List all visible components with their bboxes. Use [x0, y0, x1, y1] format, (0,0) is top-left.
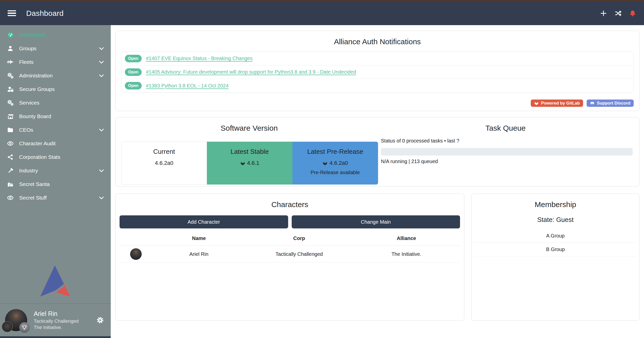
sidebar-item-secure-groups[interactable]: Secure Groups	[0, 82, 111, 96]
sidebar: Dashboard Groups	[0, 25, 111, 338]
sidebar-item-label: Groups	[19, 45, 98, 52]
chevron-down-icon	[98, 195, 105, 201]
sidebar-item-label: Corporation Stats	[19, 154, 105, 160]
characters-title: Characters	[120, 200, 460, 209]
sidebar-item-label: Bounty Board	[19, 113, 105, 119]
version-latest-prerelease: Latest Pre-Release 4.6.2a0 Pre-Release a…	[292, 142, 378, 184]
badge-label: Support Discord	[597, 101, 630, 106]
add-character-button[interactable]: Add Character	[120, 215, 288, 228]
sidebar-item-dashboard[interactable]: Dashboard	[0, 28, 111, 42]
sidebar-item-label: Character Audit	[19, 140, 105, 147]
header-corp: Corp	[246, 235, 353, 241]
sidebar-item-character-audit[interactable]: Character Audit	[0, 137, 111, 150]
sidebar-footer-strip	[0, 336, 111, 338]
sidebar-item-fleets[interactable]: Fleets	[0, 55, 111, 69]
change-main-button[interactable]: Change Main	[292, 215, 460, 228]
eye-icon	[6, 195, 15, 201]
version-latest-stable: Latest Stable 4.6.1	[207, 142, 292, 184]
sidebar-item-secret-stuff[interactable]: Secret Stuff	[0, 191, 111, 205]
chevron-down-icon	[98, 59, 105, 65]
user-panel: Ariel Rin Tactically Challenged The Init…	[0, 304, 111, 336]
membership-panel: Membership State: Guest A Group B Group	[471, 194, 639, 321]
notification-link[interactable]: #1407 EVE Equinox Status - Breaking Chan…	[146, 56, 253, 61]
notifications-list: Open #1407 EVE Equinox Status - Breaking…	[121, 52, 634, 93]
gifts-icon	[6, 181, 15, 187]
sidebar-item-label: Industry	[19, 168, 98, 174]
version-box: Current 4.6.2a0 Latest Stable 4.6.1 Late…	[121, 141, 378, 185]
notification-link[interactable]: #1383 Python 3.8 EOL - 14 Oct 2024	[146, 83, 229, 89]
folder-icon	[6, 127, 15, 133]
chevron-down-icon	[98, 45, 105, 52]
header-name: Name	[152, 235, 246, 241]
sidebar-item-corporation-stats[interactable]: Corporation Stats	[0, 150, 111, 164]
version-current: Current 4.6.2a0	[121, 142, 207, 184]
sidebar-item-label: Dashboard	[19, 32, 105, 38]
gauge-icon	[6, 32, 15, 38]
status-badge: Open	[125, 55, 142, 62]
sidebar-item-bounty-board[interactable]: Bounty Board	[0, 110, 111, 123]
task-queue-progressbar	[381, 148, 633, 156]
sidebar-item-services[interactable]: Services	[0, 96, 111, 110]
list-item: A Group	[474, 229, 637, 243]
fighter-jet-icon	[6, 59, 15, 65]
cell-alliance: The Initiative.	[353, 251, 460, 257]
top-navbar: Dashboard	[0, 1, 644, 25]
corp-logo-badge	[2, 321, 13, 332]
sidebar-item-ceos[interactable]: CEOs	[0, 123, 111, 137]
notifications-title: Alliance Auth Notifications	[121, 37, 634, 46]
table-row: Ariel Rin Tactically Challenged The Init…	[120, 246, 460, 263]
badge-label: Powered by GitLab	[541, 101, 580, 106]
sidebar-item-label: CEOs	[19, 127, 98, 133]
hammer-icon	[6, 167, 15, 174]
task-queue-section: Task Queue Status of 0 processed tasks •…	[377, 124, 634, 186]
menu-icon[interactable]	[8, 10, 16, 16]
page-title: Dashboard	[26, 9, 64, 18]
characters-panel: Characters Add Character Change Main Nam…	[115, 194, 464, 321]
software-version-title: Software Version	[121, 124, 377, 132]
status-badge: Open	[125, 68, 142, 76]
status-badge: Open	[125, 82, 142, 89]
notification-link[interactable]: #1405 Advisory: Future development will …	[146, 69, 356, 75]
powered-by-gitlab-badge[interactable]: Powered by GitLab	[531, 100, 583, 107]
sidebar-item-label: Fleets	[19, 59, 98, 65]
software-taskqueue-panel: Software Version Current 4.6.2a0 Latest …	[115, 117, 639, 186]
settings-gear-icon[interactable]	[96, 316, 104, 324]
user-corp: Tactically Challenged	[34, 318, 79, 324]
sidebar-item-administration[interactable]: Administration	[0, 69, 111, 82]
user-lock-icon	[6, 86, 15, 92]
sidebar-item-groups[interactable]: Groups	[0, 42, 111, 55]
sidebar-item-label: Administration	[19, 73, 98, 79]
notification-row: Open #1383 Python 3.8 EOL - 14 Oct 2024	[121, 79, 633, 92]
discord-icon	[590, 101, 595, 106]
shuffle-icon[interactable]	[614, 10, 622, 17]
bell-icon[interactable]	[629, 10, 636, 17]
user-alliance: The Initiative.	[34, 324, 79, 330]
sidebar-menu: Dashboard Groups	[0, 25, 111, 205]
list-item: B Group	[474, 243, 637, 256]
characters-table: Name Corp Alliance Ariel Rin Tactically …	[120, 231, 460, 263]
membership-group-list: A Group B Group	[472, 229, 639, 256]
eye-icon	[6, 140, 15, 147]
header-alliance: Alliance	[353, 235, 460, 241]
sidebar-item-label: Secure Groups	[19, 86, 105, 92]
sidebar-item-industry[interactable]: Industry	[0, 164, 111, 177]
chevron-down-icon	[98, 127, 105, 133]
prerelease-note: Pre-Release available	[292, 170, 378, 175]
gears-icon	[6, 72, 15, 79]
user-icon	[6, 45, 15, 52]
alliance-auth-logo	[40, 265, 70, 297]
characters-table-header: Name Corp Alliance	[120, 231, 460, 246]
cell-name: Ariel Rin	[152, 251, 246, 257]
cell-corp: Tactically Challenged	[246, 251, 353, 257]
chevron-down-icon	[98, 72, 105, 79]
notification-row: Open #1407 EVE Equinox Status - Breaking…	[121, 52, 633, 65]
support-discord-badge[interactable]: Support Discord	[587, 100, 634, 107]
sidebar-item-label: Services	[19, 100, 105, 106]
gitlab-icon	[240, 161, 245, 166]
sidebar-item-label: Secret Santa	[19, 181, 105, 187]
sidebar-item-secret-santa[interactable]: Secret Santa	[0, 177, 111, 191]
sidebar-item-label: Secret Stuff	[19, 195, 98, 201]
add-icon[interactable]	[600, 10, 607, 17]
gears-icon	[6, 100, 15, 106]
gitlab-icon	[322, 161, 328, 166]
